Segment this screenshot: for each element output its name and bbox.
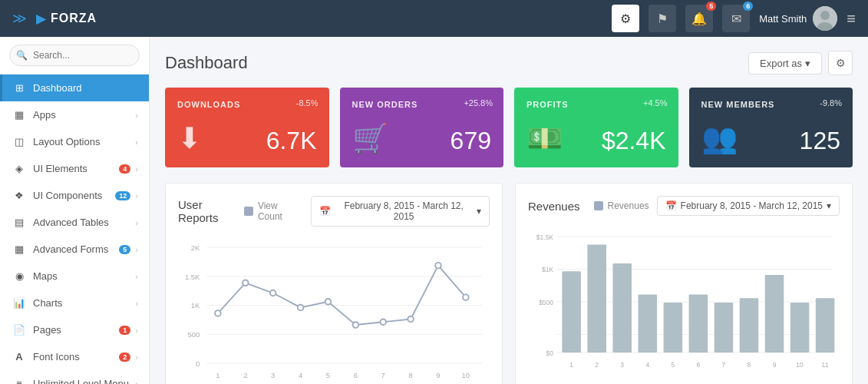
svg-point-28 [353, 322, 359, 328]
messages-button[interactable]: ✉ 6 [722, 5, 750, 32]
charts-icon: 📊 [13, 297, 25, 309]
svg-text:9: 9 [773, 361, 777, 369]
maps-icon: ◉ [13, 270, 25, 282]
svg-point-30 [408, 316, 414, 323]
sidebar-item-dashboard[interactable]: ⊞ Dashboard [0, 74, 149, 101]
sidebar-item-ui-elements[interactable]: ◈ UI Elements 4 › [0, 155, 149, 182]
sidebar-item-label: Charts [33, 297, 135, 309]
svg-text:5: 5 [326, 371, 330, 379]
svg-text:8: 8 [748, 361, 751, 369]
main-layout: 🔍 ⊞ Dashboard ▦ Apps › ◫ Layout Options … [0, 37, 868, 384]
gear-button[interactable]: ⚙ [612, 5, 639, 32]
date-range-text: February 8, 2015 - March 12, 2015 [681, 200, 823, 211]
sidebar-item-unlimited-menu[interactable]: ≡ Unlimited Level Menu › [0, 370, 149, 384]
arrow-icon: › [135, 111, 138, 120]
logo-icon: ▶ [36, 12, 46, 26]
svg-point-25 [270, 290, 276, 296]
arrow-icon: › [135, 245, 138, 254]
sidebar-item-label: Apps [33, 109, 135, 121]
bar-chart-svg: $1.5K $1K $500 $0 [528, 225, 840, 379]
svg-text:3: 3 [620, 361, 624, 369]
svg-rect-47 [689, 295, 708, 353]
user-name: Matt Smith [759, 13, 807, 25]
sidebar-item-ui-components[interactable]: ❖ UI Components 12 › [0, 182, 149, 209]
svg-text:2: 2 [595, 361, 599, 369]
flag-button[interactable]: ⚑ [649, 5, 676, 32]
sidebar-item-adv-forms[interactable]: ▦ Advanced Forms 5 › [0, 236, 149, 263]
settings-gear-button[interactable]: ⚙ [828, 51, 853, 75]
chevron-icon: ▾ [827, 200, 831, 211]
avatar[interactable] [813, 6, 837, 31]
bar-chart-area: $1.5K $1K $500 $0 [528, 225, 840, 379]
svg-text:3: 3 [271, 371, 275, 379]
svg-rect-52 [816, 298, 835, 353]
new-members-bottom: 👥 125 [701, 121, 841, 155]
svg-text:$1K: $1K [542, 266, 553, 273]
search-input[interactable] [9, 45, 140, 66]
svg-rect-45 [639, 295, 658, 353]
ui-components-icon: ❖ [13, 190, 25, 201]
sidebar-item-label: Unlimited Level Menu [33, 378, 135, 384]
unlimited-menu-icon: ≡ [13, 378, 25, 384]
sidebar-item-pages[interactable]: 📄 Pages 1 › [0, 316, 149, 343]
downloads-change: -8.5% [296, 98, 318, 108]
sidebar-item-maps[interactable]: ◉ Maps › [0, 263, 149, 290]
messages-badge: 6 [743, 2, 753, 11]
svg-text:500: 500 [188, 330, 200, 339]
profits-value: $2.4K [602, 127, 666, 155]
svg-text:$0: $0 [546, 349, 554, 357]
sidebar-item-label: UI Elements [33, 163, 119, 174]
svg-text:6: 6 [354, 371, 358, 379]
user-reports-date-range[interactable]: 📅 February 8, 2015 - March 12, 2015 ▾ [311, 196, 490, 227]
sidebar-item-label: Layout Options [33, 136, 135, 147]
notifications-button[interactable]: 🔔 5 [685, 5, 713, 32]
legend-label: View Count [258, 200, 303, 222]
svg-point-1 [820, 11, 830, 20]
calendar-icon: 📅 [665, 200, 677, 211]
sidebar-item-charts[interactable]: 📊 Charts › [0, 290, 149, 316]
svg-rect-43 [587, 244, 606, 353]
ui-components-badge: 12 [115, 191, 130, 200]
svg-rect-48 [715, 303, 734, 353]
svg-text:1: 1 [216, 371, 219, 379]
arrow-icon: › [135, 326, 138, 335]
svg-rect-46 [664, 303, 683, 353]
svg-point-24 [243, 280, 249, 286]
sidebar-item-adv-tables[interactable]: ▤ Advanced Tables › [0, 209, 149, 236]
search-wrap: 🔍 [9, 45, 140, 66]
svg-text:1: 1 [569, 361, 573, 369]
legend-dot [244, 207, 253, 216]
dashboard-icon: ⊞ [13, 82, 25, 94]
legend-dot [594, 201, 603, 210]
svg-point-26 [298, 305, 304, 311]
sidebar-item-font-icons[interactable]: A Font Icons 2 › [0, 343, 149, 370]
line-chart-area: 2K 1.5K 1K 500 0 1 2 3 4 5 6 7 8 [178, 236, 490, 384]
logo: ▶ FORZA [36, 12, 97, 26]
ui-elements-badge: 4 [119, 164, 130, 174]
svg-text:10: 10 [796, 361, 804, 369]
stat-card-profits: PROFITS +4.5% 💵 $2.4K [514, 88, 678, 167]
sidebar-item-layout[interactable]: ◫ Layout Options › [0, 128, 149, 155]
content-header: Dashboard Export as ▾ ⚙ [165, 51, 853, 75]
sidebar-item-apps[interactable]: ▦ Apps › [0, 101, 149, 128]
revenues-date-range[interactable]: 📅 February 8, 2015 - March 12, 2015 ▾ [657, 196, 840, 216]
svg-point-29 [380, 319, 386, 325]
svg-point-27 [325, 299, 332, 305]
sidebar-item-label: Pages [33, 324, 119, 336]
user-reports-panel: User Reports View Count 📅 February 8, 20… [165, 183, 503, 384]
adv-tables-icon: ▤ [13, 217, 25, 228]
members-icon: 👥 [701, 121, 738, 155]
svg-rect-49 [740, 298, 759, 353]
svg-text:2: 2 [243, 371, 247, 379]
search-box: 🔍 [0, 37, 149, 74]
new-orders-bottom: 🛒 679 [352, 121, 492, 155]
revenues-panel: Revenues Revenues 📅 February 8, 2015 - M… [515, 183, 853, 384]
layout-icon: ◫ [13, 136, 25, 147]
hamburger-icon[interactable]: ≡ [847, 10, 856, 28]
svg-text:2K: 2K [191, 243, 200, 252]
export-button[interactable]: Export as ▾ [748, 52, 822, 74]
svg-rect-42 [562, 271, 581, 353]
arrow-icon: › [135, 379, 138, 385]
menu-hamburger-icon[interactable]: ≫ [12, 10, 27, 27]
page-title: Dashboard [165, 53, 248, 73]
